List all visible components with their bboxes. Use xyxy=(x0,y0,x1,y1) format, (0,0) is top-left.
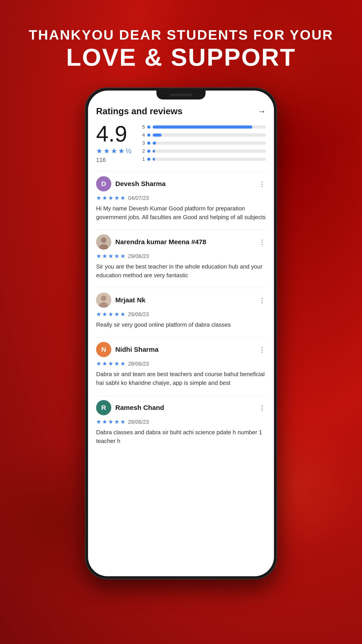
bar-track-5 xyxy=(153,126,266,128)
phone-notch xyxy=(156,90,206,100)
bar-label-1: 1 xyxy=(141,156,145,162)
r2-star-5: ★ xyxy=(120,253,125,260)
bar-track-4 xyxy=(153,134,266,137)
star-4: ★ xyxy=(118,147,125,155)
svg-point-4 xyxy=(101,296,106,301)
bar-fill-2 xyxy=(153,150,155,153)
star-1: ★ xyxy=(96,147,103,155)
bar-dot-3 xyxy=(147,142,150,145)
divider-4 xyxy=(96,337,266,338)
r5-star-1: ★ xyxy=(96,418,101,425)
review-stars-4: ★ ★ ★ ★ ★ xyxy=(96,360,125,367)
reviewer-name-5: Ramesh Chand xyxy=(115,404,164,412)
phone-inner: Ratings and reviews → 4.9 ★ ★ ★ xyxy=(88,90,274,576)
r3-star-5: ★ xyxy=(120,311,125,318)
review-stars-date-3: ★ ★ ★ ★ ★ 29/06/23 xyxy=(96,311,266,318)
rating-bars: 5 4 xyxy=(141,124,266,162)
review-item-1: D Devesh Sharma ⋮ ★ ★ ★ ★ xyxy=(96,176,266,222)
avatar-1: D xyxy=(96,176,111,192)
reviewer-info-4: N Nidhi Sharma xyxy=(96,342,158,357)
bar-fill-1 xyxy=(153,158,155,161)
review-stars-1: ★ ★ ★ ★ ★ xyxy=(96,194,125,202)
divider-3 xyxy=(96,288,266,288)
ratings-arrow-icon[interactable]: → xyxy=(258,107,266,116)
bar-dot-5 xyxy=(147,126,150,128)
review-date-4: 28/06/23 xyxy=(128,361,149,367)
reviewer-header-5: R Ramesh Chand ⋮ xyxy=(96,400,266,415)
avatar-4: N xyxy=(96,342,111,357)
bar-label-3: 3 xyxy=(141,140,145,146)
review-stars-date-4: ★ ★ ★ ★ ★ 28/06/23 xyxy=(96,360,266,367)
bar-label-5: 5 xyxy=(141,124,145,130)
r1-star-3: ★ xyxy=(108,194,113,202)
r4-star-1: ★ xyxy=(96,360,101,367)
r2-star-2: ★ xyxy=(102,253,107,260)
r1-star-5: ★ xyxy=(120,194,125,202)
divider-5 xyxy=(96,395,266,396)
review-item-3: Mrjaat Nk ⋮ ★ ★ ★ ★ ★ xyxy=(96,292,266,329)
bar-fill-3 xyxy=(153,142,156,145)
phone-wrapper: Ratings and reviews → 4.9 ★ ★ ★ xyxy=(85,88,277,580)
review-stars-date-1: ★ ★ ★ ★ ★ 04/07/23 xyxy=(96,194,266,202)
review-text-4: Dabra sir and team are best teachers and… xyxy=(96,370,266,387)
more-options-4[interactable]: ⋮ xyxy=(259,346,266,354)
rating-big-number: 4.9 xyxy=(96,122,127,145)
review-text-5: Dabra classes and dabra sir buht achi sc… xyxy=(96,428,266,446)
star-5-half: ½ xyxy=(126,147,132,155)
page-content: THANKYOU DEAR STUDENTS FOR YOUR LOVE & S… xyxy=(0,0,362,644)
review-date-1: 04/07/23 xyxy=(128,195,149,201)
r1-star-1: ★ xyxy=(96,194,101,202)
reviewer-info-2: Narendra kumar Meena #478 xyxy=(96,234,206,250)
bar-fill-4 xyxy=(153,134,162,137)
bar-row-4: 4 xyxy=(141,132,266,138)
svg-point-1 xyxy=(101,238,106,243)
phone-speaker xyxy=(170,94,192,96)
rating-count: 116 xyxy=(96,156,106,164)
bar-label-2: 2 xyxy=(141,148,145,154)
bar-track-3 xyxy=(153,142,266,145)
ratings-header: Ratings and reviews → xyxy=(96,106,266,116)
divider-1 xyxy=(96,172,266,172)
ratings-overview: 4.9 ★ ★ ★ ★ ½ 116 xyxy=(96,122,266,164)
r4-star-5: ★ xyxy=(120,360,125,367)
avatar-3 xyxy=(96,292,111,308)
reviewer-name-4: Nidhi Sharma xyxy=(115,346,158,353)
r4-star-2: ★ xyxy=(102,360,107,367)
rating-score-section: 4.9 ★ ★ ★ ★ ½ 116 xyxy=(96,122,132,164)
rating-stars: ★ ★ ★ ★ ½ xyxy=(96,147,132,155)
r2-star-4: ★ xyxy=(114,253,119,260)
reviewer-info-1: D Devesh Sharma xyxy=(96,176,166,192)
reviewer-name-2: Narendra kumar Meena #478 xyxy=(115,238,206,246)
r2-star-3: ★ xyxy=(108,253,113,260)
avatar-2 xyxy=(96,234,111,250)
screen-content: Ratings and reviews → 4.9 ★ ★ ★ xyxy=(88,100,274,576)
r1-star-4: ★ xyxy=(114,194,119,202)
bar-row-3: 3 xyxy=(141,140,266,146)
r3-star-1: ★ xyxy=(96,311,101,318)
star-2: ★ xyxy=(103,147,110,155)
review-stars-3: ★ ★ ★ ★ ★ xyxy=(96,311,125,318)
reviewer-info-3: Mrjaat Nk xyxy=(96,292,145,308)
star-3: ★ xyxy=(111,147,117,155)
review-text-1: Hi My name Devesh Kumar Good platform fo… xyxy=(96,204,266,222)
more-options-2[interactable]: ⋮ xyxy=(259,238,266,246)
bar-track-1 xyxy=(153,158,266,161)
more-options-1[interactable]: ⋮ xyxy=(259,180,266,188)
reviewer-header-2: Narendra kumar Meena #478 ⋮ xyxy=(96,234,266,250)
r4-star-4: ★ xyxy=(114,360,119,367)
header-section: THANKYOU DEAR STUDENTS FOR YOUR LOVE & S… xyxy=(15,27,347,70)
header-title: LOVE & SUPPORT xyxy=(29,45,334,70)
review-stars-2: ★ ★ ★ ★ ★ xyxy=(96,253,125,260)
avatar-5: R xyxy=(96,400,111,415)
review-date-3: 29/06/23 xyxy=(128,311,149,318)
bar-row-1: 1 xyxy=(141,156,266,162)
more-options-3[interactable]: ⋮ xyxy=(259,296,266,304)
reviewer-header-4: N Nidhi Sharma ⋮ xyxy=(96,342,266,357)
r3-star-3: ★ xyxy=(108,311,113,318)
more-options-5[interactable]: ⋮ xyxy=(259,404,266,412)
reviewer-header-1: D Devesh Sharma ⋮ xyxy=(96,176,266,192)
r1-star-2: ★ xyxy=(102,194,107,202)
r5-star-3: ★ xyxy=(108,418,113,425)
reviewer-name-3: Mrjaat Nk xyxy=(115,296,145,304)
bar-row-2: 2 xyxy=(141,148,266,154)
